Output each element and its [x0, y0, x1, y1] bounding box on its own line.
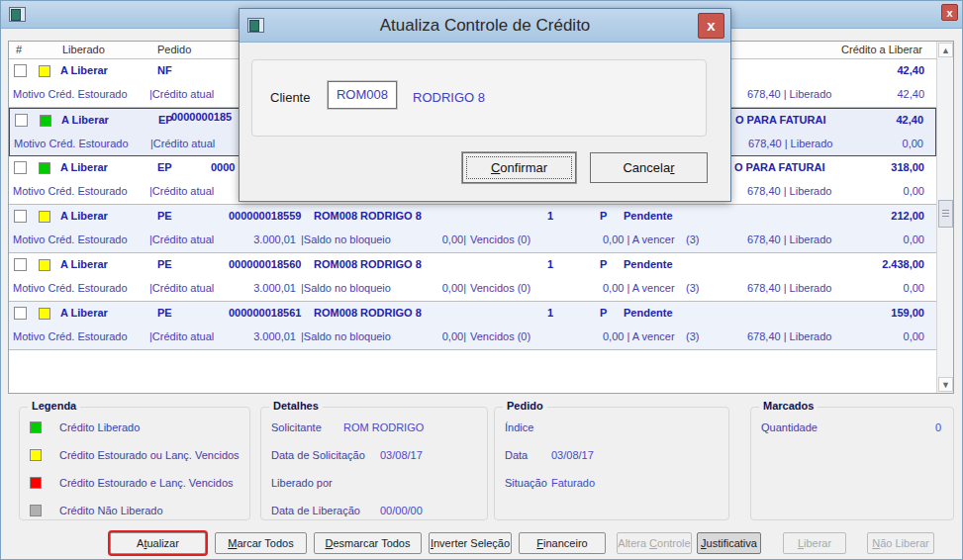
- confirmar-button[interactable]: Confirmar: [462, 152, 576, 183]
- vertical-scrollbar[interactable]: ▲ ▼: [936, 42, 953, 393]
- detalhes-title: Detalhes: [269, 400, 323, 412]
- marcados-quantidade-value: 0: [935, 421, 941, 433]
- credito-atual-label: |Crédito atual: [149, 233, 214, 245]
- saldo-bloqueio-value: 0,00|: [433, 330, 466, 342]
- field-value: ROM RODRIGO: [343, 421, 424, 433]
- row-main-line: A Liberar PE 000000018559 ROM008 RODRIGO…: [9, 205, 936, 229]
- scroll-down-icon[interactable]: ▼: [938, 377, 953, 392]
- row-situacao: Pendente: [624, 210, 673, 222]
- field-value: Faturado: [551, 477, 595, 489]
- row-status: A Liberar: [60, 64, 108, 76]
- row-checkbox[interactable]: [14, 64, 27, 77]
- dialog-close-button[interactable]: x: [698, 13, 724, 39]
- credito-atual-label: |Crédito atual: [149, 185, 214, 197]
- pedido-title: Pedido: [503, 400, 547, 412]
- legend-item-label: Crédito Estourado e Lanç. Vencidos: [59, 477, 234, 489]
- inverter-sele-o-button[interactable]: Inverter Seleção: [429, 532, 512, 554]
- credito-atual-label: |Crédito atual: [149, 88, 214, 100]
- financeiro-button[interactable]: Financeiro: [519, 532, 606, 554]
- field-value: 03/08/17: [380, 449, 423, 461]
- legend-item-label: Crédito Estourado ou Lanç. Vencidos: [59, 449, 240, 461]
- app-window-icon: [9, 7, 26, 22]
- cliente-name-text: RODRIGO 8: [413, 90, 485, 105]
- a-vencer-label: 0,00 | A vencer: [603, 330, 675, 342]
- credito-atual-label: |Crédito atual: [149, 282, 214, 294]
- field-label: Índice: [505, 421, 533, 433]
- row-client: ROM008 RODRIGO 8: [314, 210, 422, 222]
- col-header-pedido[interactable]: Pedido: [157, 44, 191, 55]
- legend-groupbox: Legenda Crédito Liberado Crédito Estoura…: [19, 407, 250, 520]
- field-label: Situação: [505, 477, 547, 489]
- legend-color-square: [30, 477, 42, 489]
- row-checkbox[interactable]: [14, 258, 27, 271]
- scroll-up-icon[interactable]: ▲: [938, 43, 953, 57]
- justificativa-button[interactable]: Justificativa: [697, 532, 761, 554]
- altera-controle-button: Altera Controle: [617, 532, 692, 554]
- marcados-title: Marcados: [759, 400, 818, 412]
- col-header-liberado[interactable]: Liberado: [62, 44, 105, 55]
- row-checkbox[interactable]: [14, 307, 27, 320]
- dialog-titlebar[interactable]: Atualiza Controle de Crédito: [240, 9, 730, 43]
- field-label: Data de Solicitação: [271, 449, 365, 461]
- saldo-bloqueio-label: |Saldo no bloqueio: [301, 282, 391, 294]
- liberado-label: 678,40 | Liberado: [747, 185, 831, 197]
- col-header-num[interactable]: #: [16, 44, 22, 55]
- row-motivo: Motivo Créd. Estourado: [14, 138, 129, 149]
- liberado-value: 0,00: [904, 330, 924, 342]
- legend-item-label: Crédito Não Liberado: [59, 505, 163, 516]
- a-vencer-count: (3): [686, 233, 699, 245]
- row-motivo: Motivo Créd. Estourado: [13, 282, 128, 294]
- row-doc-type: PE: [157, 210, 172, 222]
- row-credito-a-liberar: 2.438,00: [882, 258, 924, 270]
- row-p-flag: P: [600, 258, 607, 270]
- saldo-bloqueio-value: 0,00|: [433, 233, 466, 245]
- row-p-flag: P: [600, 210, 607, 222]
- row-doc-type: PE: [157, 307, 172, 319]
- field-label: Liberado por: [271, 477, 333, 489]
- liberado-label: 678,40 | Liberado: [747, 282, 831, 294]
- row-doc-type: PE: [157, 258, 172, 270]
- row-checkbox[interactable]: [14, 210, 27, 223]
- scrollbar-thumb[interactable]: [938, 200, 953, 228]
- status-color-square: [39, 211, 50, 223]
- cliente-code-input[interactable]: ROM008: [328, 81, 397, 109]
- legend-color-square: [30, 421, 42, 433]
- cliente-groupbox: Cliente ROM008 RODRIGO 8: [251, 59, 707, 137]
- row-p-flag: P: [600, 307, 607, 319]
- legend-color-square: [30, 505, 42, 516]
- credit-row[interactable]: A Liberar PE 000000018560 ROM008 RODRIGO…: [9, 253, 936, 302]
- row-qty: 1: [547, 210, 553, 222]
- credit-row[interactable]: A Liberar PE 000000018559 ROM008 RODRIGO…: [9, 205, 936, 253]
- row-checkbox[interactable]: [14, 161, 27, 174]
- cancelar-button[interactable]: Cancelar: [590, 152, 708, 183]
- row-doc-type: EP: [157, 161, 172, 173]
- desmarcar-todos-button[interactable]: Desmarcar Todos: [314, 532, 422, 554]
- liberado-value: 0,00: [904, 282, 924, 294]
- col-header-credito[interactable]: Crédito a Liberar: [841, 44, 922, 55]
- row-credito-a-liberar: 159,00: [891, 307, 924, 319]
- row-qty: 1: [547, 258, 553, 270]
- n-o-liberar-button: Não Liberar: [867, 532, 934, 554]
- liberado-value: 0,00: [904, 185, 924, 197]
- a-vencer-label: 0,00 | A vencer: [603, 233, 675, 245]
- atualizar-button[interactable]: Atualizar: [110, 532, 206, 554]
- row-client: ROM008 RODRIGO 8: [314, 258, 422, 270]
- row-status: A Liberar: [61, 114, 109, 126]
- row-motivo: Motivo Créd. Estourado: [13, 185, 128, 197]
- row-main-line: A Liberar PE 000000018561 ROM008 RODRIGO…: [9, 302, 936, 326]
- liberado-label: 678,40 | Liberado: [747, 233, 831, 245]
- main-close-button[interactable]: x: [941, 4, 958, 21]
- detalhes-groupbox: Detalhes Solicitante ROM RODRIGOData de …: [260, 407, 488, 520]
- row-motivo: Motivo Créd. Estourado: [13, 233, 128, 245]
- field-label: Data: [505, 449, 528, 461]
- marcar-todos-button[interactable]: Marcar Todos: [215, 532, 307, 554]
- liberado-label: 678,40 | Liberado: [747, 330, 831, 342]
- row-detail-line: Motivo Créd. Estourado |Crédito atual 3.…: [9, 277, 936, 301]
- status-color-square: [40, 115, 51, 127]
- row-checkbox[interactable]: [15, 114, 28, 127]
- status-color-square: [39, 162, 50, 174]
- a-vencer-count: (3): [686, 330, 699, 342]
- row-number: 0000000185: [171, 111, 232, 123]
- credit-row[interactable]: A Liberar PE 000000018561 ROM008 RODRIGO…: [9, 302, 936, 350]
- row-credito-a-liberar: 42,40: [897, 64, 924, 76]
